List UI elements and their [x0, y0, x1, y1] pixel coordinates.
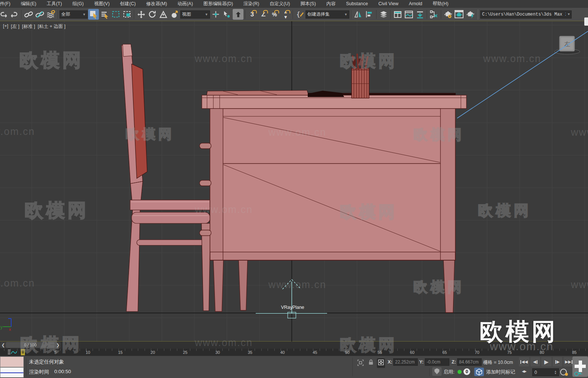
macro-recorder-mini-listener[interactable] [0, 356, 24, 367]
viewport-label: [+] [左 ] [标准 ] [粘土 + 边面 ] [3, 23, 65, 30]
menu-item[interactable]: 帮助(H) [427, 0, 453, 8]
y-coord-field[interactable]: -0.0cm [425, 358, 449, 366]
toggle-ribbon-icon[interactable] [414, 9, 425, 20]
select-and-link-icon[interactable] [23, 9, 34, 20]
menu-item[interactable]: 自定义(U) [264, 0, 295, 8]
select-object-button[interactable] [88, 9, 99, 20]
axis-y-label: y [0, 324, 3, 330]
menu-item[interactable]: Arnold [404, 0, 427, 8]
time-slider-prev-arrow[interactable]: ❮ [0, 342, 6, 348]
menu-item[interactable]: Civil View [373, 0, 404, 8]
mirror-icon[interactable] [353, 9, 364, 20]
current-frame-field[interactable]: 0 ▲▼ [532, 368, 559, 376]
set-key-button[interactable] [572, 356, 588, 377]
viewport-menu-standard[interactable]: [标准 ] [22, 23, 35, 30]
menu-item[interactable]: 内容 [321, 0, 341, 8]
vray-plane-gizmo[interactable] [256, 280, 327, 318]
track-bar-tick-label: 45 [313, 350, 317, 355]
frame-spinner[interactable]: ▲▼ [554, 370, 557, 375]
rendered-frame-window-icon[interactable] [454, 9, 465, 20]
angle-snap-icon[interactable]: ∠ [258, 9, 269, 20]
absolute-mode-transform-icon[interactable] [377, 358, 385, 368]
render-setup-icon[interactable] [443, 9, 453, 20]
current-frame-marker[interactable]: 0 [21, 349, 25, 355]
percent-snap-icon[interactable]: % [269, 9, 280, 20]
grid-size-label: 栅格 = 10.0cm [483, 359, 513, 366]
align-icon[interactable] [364, 9, 375, 20]
select-and-scale-icon[interactable] [158, 9, 169, 20]
edit-named-selection-sets-icon[interactable] [294, 9, 305, 20]
desk-model[interactable] [200, 95, 466, 313]
time-slider-next-arrow[interactable]: ❯ [55, 342, 61, 348]
vray-plane-name-label[interactable]: VRayPlane [281, 305, 304, 310]
notification-count-badge[interactable]: 0 [463, 368, 470, 375]
menu-item[interactable]: 动画(A) [172, 0, 198, 8]
menu-item[interactable]: 修改器(M) [141, 0, 172, 8]
use-center-flyout-icon[interactable] [210, 9, 221, 20]
play-button[interactable]: ▶ [541, 357, 552, 366]
select-and-move-icon[interactable] [136, 9, 146, 20]
toggle-layer-explorer-icon[interactable] [378, 9, 389, 20]
mini-curve-editor-icon[interactable] [7, 349, 17, 355]
unlink-selection-icon[interactable] [34, 9, 45, 20]
menu-item[interactable]: 创建(C) [115, 0, 141, 8]
track-bar[interactable]: 510152025303540455055606570758085 0 [0, 349, 588, 356]
selection-lock-icon[interactable] [368, 359, 374, 367]
vray-light-line[interactable] [457, 31, 588, 118]
menu-item[interactable]: 视图(V) [89, 0, 115, 8]
named-selection-set-dropdown[interactable]: 创建选择集▼ [306, 10, 349, 19]
viewport-left[interactable]: [+] [左 ] [标准 ] [粘土 + 边面 ] [0, 21, 588, 342]
render-production-icon[interactable] [465, 9, 476, 20]
project-folder-dropdown[interactable]: C:\Users\Han\Documents\3ds Max 2022▼ [480, 10, 572, 19]
go-to-start-button[interactable]: ◀◀ [519, 357, 529, 366]
toolbar-cut-icon[interactable] [584, 17, 588, 26]
track-bar-tick-label: 70 [475, 350, 479, 355]
select-and-manipulate-icon[interactable] [222, 9, 232, 20]
menu-item[interactable]: 图形编辑器(D) [198, 0, 238, 8]
menu-item[interactable]: Substance [341, 0, 373, 8]
select-by-name-icon[interactable] [99, 9, 110, 20]
reference-coordinate-dropdown[interactable]: 视图▼ [180, 10, 210, 19]
time-slider-handle[interactable]: 0 / 100 [6, 342, 55, 348]
add-time-tag-label[interactable]: 添加时间标记 [486, 369, 515, 375]
keyboard-shortcut-override-button[interactable] [233, 9, 243, 20]
previous-frame-button[interactable]: ◀ [530, 357, 540, 366]
viewport-menu-pov[interactable]: [左 ] [11, 23, 19, 30]
y-coord-label: Y: [419, 359, 424, 365]
key-mode-toggle[interactable]: ◀▶ [522, 369, 526, 373]
viewport-menu-shading[interactable]: [粘土 + 边面 ] [38, 23, 66, 30]
undo-icon[interactable] [0, 9, 9, 20]
z-coord-label: Z: [452, 359, 456, 365]
schematic-view-icon[interactable] [429, 9, 439, 20]
menu-item[interactable]: 脚本(S) [295, 0, 321, 8]
spinner-snap-icon[interactable]: ▲▼ [280, 9, 291, 20]
toggle-scene-explorer-icon[interactable] [392, 9, 403, 20]
select-and-place-icon[interactable] [169, 9, 180, 20]
snaps-toggle-icon[interactable]: 3 [247, 9, 258, 20]
curve-editor-icon[interactable] [403, 9, 414, 20]
toolbar-drag-handle[interactable] [478, 10, 478, 19]
menu-item[interactable]: 渲染(R) [238, 0, 264, 8]
menu-item[interactable]: 文件(F) [0, 0, 16, 8]
next-frame-button[interactable]: ▶ [553, 357, 562, 366]
bind-to-space-warp-icon[interactable] [45, 9, 56, 20]
viewport-menu-general[interactable]: [+] [3, 23, 8, 30]
maxscript-mini-listener[interactable] [0, 367, 24, 378]
window-crossing-icon[interactable] [122, 9, 132, 20]
select-and-rotate-icon[interactable] [147, 9, 158, 20]
desktop-items[interactable] [207, 54, 456, 98]
chair-model[interactable] [122, 44, 210, 311]
menu-item[interactable]: 编辑(E) [16, 0, 42, 8]
menu-item[interactable]: 工具(T) [42, 0, 67, 8]
x-coord-field[interactable]: 22.252cm [393, 358, 418, 366]
isolate-cube-icon[interactable] [474, 368, 484, 376]
redo-icon[interactable] [9, 9, 20, 20]
z-coord-field[interactable]: 84.667cm [457, 358, 482, 366]
menu-item[interactable]: 组(G) [67, 0, 89, 8]
selection-filter-dropdown[interactable]: 全部▼ [59, 10, 88, 19]
rectangular-selection-region-icon[interactable] [110, 9, 121, 20]
time-configuration-icon[interactable] [560, 368, 568, 376]
isolate-selection-icon[interactable] [357, 359, 364, 368]
scene-security-shield-icon[interactable] [432, 367, 442, 376]
status-bar: 未选定任何对象 渲染时间 0:00:50 X: 22.252cm Y: -0.0… [0, 356, 588, 378]
